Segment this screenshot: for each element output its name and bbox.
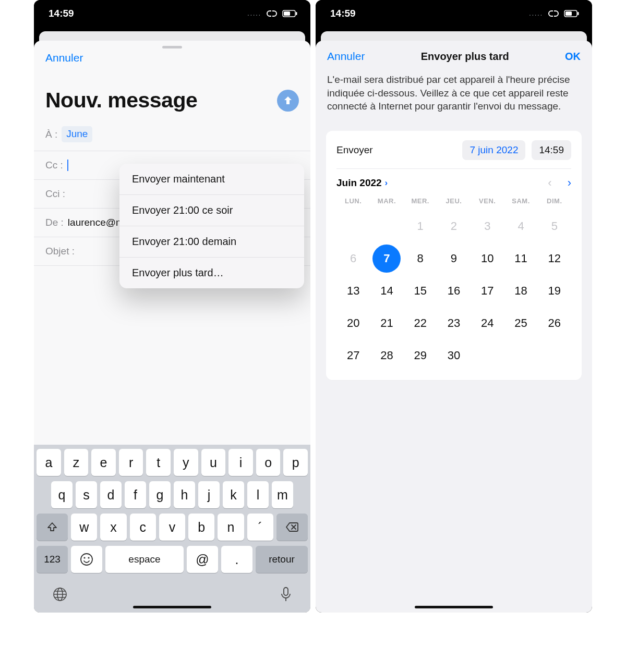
- day-cell[interactable]: 10: [471, 242, 504, 275]
- day-cell[interactable]: 5: [538, 210, 571, 242]
- day-cell[interactable]: 27: [336, 339, 370, 372]
- key-x[interactable]: x: [100, 514, 126, 541]
- key-emoji[interactable]: [71, 546, 102, 573]
- day-cell[interactable]: 2: [437, 210, 471, 242]
- key-r[interactable]: r: [119, 449, 143, 476]
- next-month-button[interactable]: ›: [568, 176, 571, 190]
- recipient-pill[interactable]: June: [62, 126, 92, 142]
- key-v[interactable]: v: [159, 514, 185, 541]
- key-at[interactable]: @: [187, 546, 218, 573]
- day-cell[interactable]: 25: [504, 307, 537, 339]
- key-o[interactable]: o: [256, 449, 281, 476]
- from-label: De :: [45, 217, 64, 228]
- day-cell[interactable]: 29: [404, 339, 437, 372]
- mic-icon[interactable]: [280, 587, 292, 604]
- key-c[interactable]: c: [130, 514, 156, 541]
- weekday: DIM.: [538, 197, 571, 205]
- day-cell[interactable]: 17: [471, 275, 504, 307]
- day-cell[interactable]: 9: [437, 242, 471, 275]
- day-cell[interactable]: 20: [336, 307, 370, 339]
- key-k[interactable]: k: [223, 481, 244, 508]
- menu-send-later[interactable]: Envoyer plus tard…: [119, 258, 304, 288]
- cancel-button[interactable]: Annuler: [45, 52, 83, 64]
- key-t[interactable]: t: [146, 449, 171, 476]
- menu-send-tomorrow[interactable]: Envoyer 21:00 demain: [119, 226, 304, 258]
- ok-button[interactable]: OK: [565, 51, 581, 63]
- key-s[interactable]: s: [76, 481, 97, 508]
- menu-send-now[interactable]: Envoyer maintenant: [119, 164, 304, 195]
- day-cell[interactable]: 21: [370, 307, 403, 339]
- svg-rect-1: [284, 11, 290, 16]
- link-icon: [547, 10, 560, 17]
- key-dot[interactable]: .: [221, 546, 252, 573]
- compose-screen: 14:59 ..... Annuler Nouv. message: [34, 0, 310, 613]
- key-123[interactable]: 123: [37, 546, 68, 573]
- key-return[interactable]: retour: [256, 546, 308, 573]
- day-cell[interactable]: 26: [538, 307, 571, 339]
- day-cell[interactable]: 4: [504, 210, 537, 242]
- to-field[interactable]: À : June: [34, 118, 310, 151]
- day-cell[interactable]: 8: [404, 242, 437, 275]
- home-indicator[interactable]: [415, 606, 493, 608]
- key-z[interactable]: z: [64, 449, 89, 476]
- status-bar: 14:59 .....: [316, 0, 592, 34]
- chevron-right-icon: ›: [385, 178, 388, 188]
- day-cell: [504, 339, 537, 372]
- key-´[interactable]: ´: [247, 514, 273, 541]
- key-backspace[interactable]: [276, 514, 308, 541]
- time-chip[interactable]: 14:59: [532, 140, 571, 160]
- key-u[interactable]: u: [201, 449, 226, 476]
- status-bar: 14:59 .....: [34, 0, 310, 34]
- day-cell[interactable]: 12: [538, 242, 571, 275]
- menu-send-tonight[interactable]: Envoyer 21:00 ce soir: [119, 195, 304, 226]
- key-n[interactable]: n: [218, 514, 244, 541]
- cancel-button[interactable]: Annuler: [327, 50, 365, 63]
- battery-icon: [282, 10, 298, 17]
- day-cell[interactable]: 6: [336, 242, 370, 275]
- backspace-icon: [285, 522, 299, 532]
- key-g[interactable]: g: [149, 481, 171, 508]
- weekday-header: LUN.MAR.MER.JEU.VEN.SAM.DIM.: [336, 194, 571, 210]
- key-j[interactable]: j: [198, 481, 220, 508]
- day-cell[interactable]: 19: [538, 275, 571, 307]
- key-w[interactable]: w: [71, 514, 97, 541]
- day-cell[interactable]: 1: [404, 210, 437, 242]
- day-cell[interactable]: 15: [404, 275, 437, 307]
- day-cell[interactable]: 22: [404, 307, 437, 339]
- key-l[interactable]: l: [247, 481, 269, 508]
- day-cell[interactable]: 30: [437, 339, 471, 372]
- send-button[interactable]: [277, 90, 299, 112]
- key-p[interactable]: p: [283, 449, 308, 476]
- day-cell[interactable]: 18: [504, 275, 537, 307]
- day-cell[interactable]: 16: [437, 275, 471, 307]
- key-y[interactable]: y: [174, 449, 198, 476]
- key-h[interactable]: h: [174, 481, 195, 508]
- send-later-sheet: Annuler Envoyer plus tard OK L'e-mail se…: [316, 41, 592, 613]
- key-b[interactable]: b: [188, 514, 214, 541]
- day-cell[interactable]: 3: [471, 210, 504, 242]
- globe-icon[interactable]: [52, 587, 68, 604]
- day-cell[interactable]: 11: [504, 242, 537, 275]
- day-cell[interactable]: 24: [471, 307, 504, 339]
- key-f[interactable]: f: [125, 481, 146, 508]
- compose-sheet: Annuler Nouv. message À : June Cc : Cc: [34, 41, 310, 613]
- key-space[interactable]: espace: [105, 546, 184, 573]
- key-m[interactable]: m: [272, 481, 293, 508]
- status-time: 14:59: [49, 8, 74, 19]
- key-d[interactable]: d: [100, 481, 122, 508]
- day-cell[interactable]: 28: [370, 339, 403, 372]
- day-cell[interactable]: 23: [437, 307, 471, 339]
- key-i[interactable]: i: [228, 449, 253, 476]
- month-label[interactable]: Juin 2022 ›: [336, 177, 388, 189]
- prev-month-button[interactable]: ‹: [548, 176, 551, 190]
- key-e[interactable]: e: [91, 449, 116, 476]
- key-q[interactable]: q: [51, 481, 73, 508]
- date-chip[interactable]: 7 juin 2022: [462, 140, 525, 160]
- day-cell[interactable]: 14: [370, 275, 403, 307]
- svg-rect-11: [284, 588, 288, 595]
- day-cell[interactable]: 13: [336, 275, 370, 307]
- day-cell[interactable]: 7: [370, 242, 403, 275]
- key-a[interactable]: a: [37, 449, 61, 476]
- home-indicator[interactable]: [133, 606, 211, 608]
- key-shift[interactable]: [37, 514, 68, 541]
